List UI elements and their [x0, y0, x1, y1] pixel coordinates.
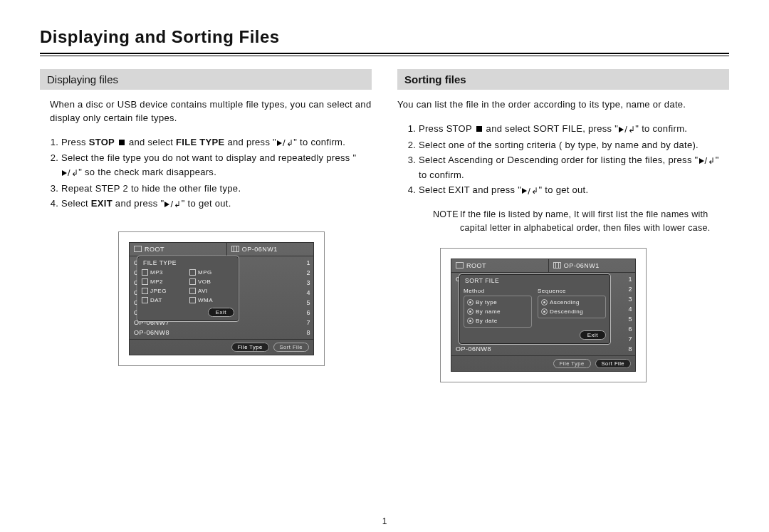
osd-screenshot-sortfile: ROOT OP-06NW1 OP-06NW1 OP-06N: [440, 248, 647, 382]
ft-dat[interactable]: DAT: [142, 296, 187, 305]
disk-icon: [456, 262, 464, 268]
note-block: NOTE If the file is listed by name, It w…: [433, 208, 729, 235]
note-label: NOTE: [433, 208, 460, 235]
method-label: Method: [464, 288, 532, 294]
osd-file-nums: 1 2 3 4 5 6 7 8: [292, 256, 313, 339]
step-1: Press STOP and select FILE TYPE and pres…: [61, 135, 372, 150]
seq-descending[interactable]: Descending: [541, 307, 602, 316]
stop-icon: [476, 126, 482, 132]
columns: Displaying files When a disc or USB devi…: [40, 69, 729, 382]
method-by-name[interactable]: By name: [467, 307, 528, 316]
osd-root: ROOT: [451, 259, 549, 272]
checkbox-icon: [189, 297, 196, 303]
osd-screenshot-filetype: ROOT OP-06NW1 OP-06NW1 OP-06NW2 OP-06NW3…: [118, 231, 325, 366]
col-sorting: Sorting files You can list the file in t…: [397, 69, 729, 382]
rule-thin: [40, 56, 729, 56]
play-enter-icon: /↲: [276, 136, 293, 150]
osd-root: ROOT: [130, 243, 227, 256]
play-enter-icon: /↲: [618, 122, 635, 137]
osd: ROOT OP-06NW1 OP-06NW1 OP-06N: [451, 259, 636, 372]
osd-file-nums: 1 2 3 4 5 6 7 8: [614, 273, 635, 355]
checkbox-icon: [142, 269, 148, 276]
heading-displaying: Displaying files: [40, 69, 372, 90]
step-1: Press STOP and select SORT FILE, press "…: [419, 122, 729, 137]
osd-exit-button[interactable]: Exit: [580, 330, 606, 340]
method-by-date[interactable]: By date: [467, 316, 528, 325]
osd-sortfile-pill[interactable]: Sort File: [595, 359, 631, 368]
rule-thick: [40, 53, 729, 54]
col-displaying: Displaying files When a disc or USB devi…: [40, 69, 372, 382]
ft-mpg[interactable]: MPG: [189, 268, 234, 277]
play-enter-icon: /↲: [699, 154, 716, 168]
play-enter-icon: /↲: [164, 197, 181, 212]
osd-overlay-title: SORT FILE: [464, 277, 606, 286]
step-3: Repeat STEP 2 to hide the other file typ…: [61, 182, 372, 196]
osd-exit-button[interactable]: Exit: [208, 308, 234, 317]
page-title: Displaying and Sorting Files: [40, 27, 729, 47]
step-2: Select the file type you do not want to …: [61, 151, 372, 179]
osd-current-file: OP-06NW1: [227, 243, 313, 256]
step-4: Select EXIT and press "/↲" to get out.: [419, 183, 729, 198]
ft-mp2[interactable]: MP2: [142, 278, 187, 286]
manual-page: Displaying and Sorting Files Displaying …: [0, 0, 769, 532]
disk-icon: [134, 246, 142, 252]
osd-sortfile-pill[interactable]: Sort File: [273, 343, 309, 352]
checkbox-icon: [142, 288, 148, 294]
checkbox-icon: [142, 278, 148, 285]
checkbox-icon: [189, 269, 196, 276]
radio-icon: [541, 308, 548, 315]
intro-sorting: You can list the file in the order accor…: [397, 98, 729, 112]
play-enter-icon: /↲: [521, 184, 538, 199]
osd-filetype-pill[interactable]: File Type: [553, 359, 591, 368]
osd-overlay-title: FILE TYPE: [142, 259, 234, 268]
radio-icon: [541, 299, 548, 306]
checkbox-icon: [142, 297, 148, 303]
seq-ascending[interactable]: Ascending: [541, 298, 602, 307]
ft-avi[interactable]: AVI: [189, 287, 234, 296]
osd-current-file: OP-06NW1: [549, 259, 635, 272]
step-4: Select EXIT and press "/↲" to get out.: [61, 197, 372, 212]
steps-sorting: Press STOP and select SORT FILE, press "…: [397, 122, 729, 198]
checkbox-icon: [189, 288, 196, 294]
step-2: Select one of the sorting criteria ( by …: [419, 138, 729, 152]
ft-wma[interactable]: WMA: [189, 296, 234, 305]
method-by-type[interactable]: By type: [467, 298, 528, 307]
ft-mp3[interactable]: MP3: [142, 268, 187, 277]
play-enter-icon: /↲: [61, 166, 78, 180]
radio-icon: [467, 299, 474, 306]
osd-filetype-overlay: FILE TYPE MP3 MPG MP2 VOB JPEG AVI DAT W…: [137, 256, 239, 322]
steps-displaying: Press STOP and select FILE TYPE and pres…: [40, 135, 372, 212]
note-text: If the file is listed by name, It will f…: [460, 208, 729, 235]
sequence-label: Sequence: [538, 288, 606, 294]
osd-sortfile-overlay: SORT FILE Method By type By name By date: [459, 273, 611, 345]
film-icon: [231, 246, 239, 252]
osd-filetype-pill[interactable]: File Type: [231, 343, 269, 352]
film-icon: [553, 262, 561, 268]
step-3: Select Ascending or Descending order for…: [419, 153, 729, 182]
radio-icon: [467, 318, 474, 324]
checkbox-icon: [189, 278, 196, 285]
ft-jpeg[interactable]: JPEG: [142, 287, 187, 296]
stop-icon: [119, 140, 125, 145]
radio-icon: [467, 308, 474, 315]
heading-sorting: Sorting files: [397, 69, 729, 90]
page-number: 1: [0, 516, 769, 526]
osd: ROOT OP-06NW1 OP-06NW1 OP-06NW2 OP-06NW3…: [129, 242, 314, 355]
intro-displaying: When a disc or USB device contains multi…: [50, 98, 372, 125]
ft-vob[interactable]: VOB: [189, 278, 234, 286]
